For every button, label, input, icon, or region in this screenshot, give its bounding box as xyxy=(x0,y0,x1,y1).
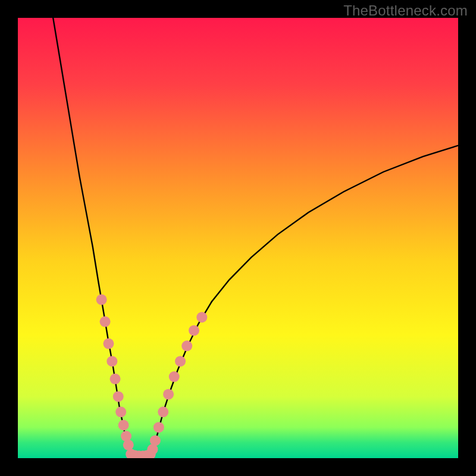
marker-dot xyxy=(96,295,107,305)
marker-dot xyxy=(175,356,186,367)
marker-dot xyxy=(181,340,192,351)
marker-dot xyxy=(115,406,126,417)
marker-dot xyxy=(123,440,134,450)
marker-dot xyxy=(189,325,199,336)
chart-frame: TheBottleneck.com xyxy=(0,0,476,476)
marker-dot xyxy=(113,391,124,402)
marker-dot xyxy=(100,317,111,327)
marker-dot xyxy=(110,374,121,384)
marker-dot xyxy=(118,420,129,431)
marker-dot xyxy=(107,356,117,367)
marker-dot xyxy=(196,312,207,322)
marker-dot xyxy=(163,389,174,400)
marker-dot xyxy=(103,339,114,349)
marker-dot xyxy=(150,435,161,446)
plot-area xyxy=(18,18,458,458)
marker-dot xyxy=(169,371,180,382)
gradient-background xyxy=(18,18,458,458)
plot-svg xyxy=(18,18,458,458)
marker-dot xyxy=(154,422,164,433)
watermark-text: TheBottleneck.com xyxy=(343,2,468,19)
marker-dot xyxy=(158,406,168,417)
